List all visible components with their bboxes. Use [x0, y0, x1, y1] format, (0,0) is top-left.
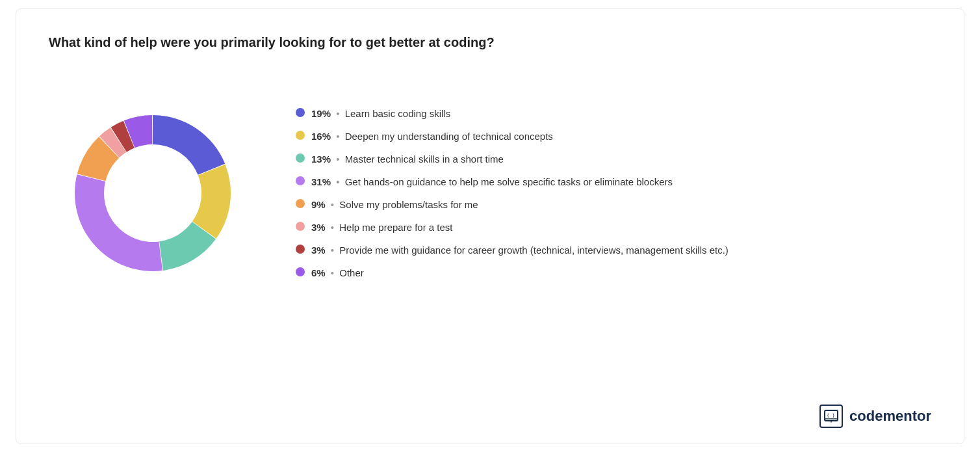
legend-text: 9% • Solve my problems/tasks for me: [311, 198, 478, 211]
legend-dot: [296, 222, 305, 231]
legend-text: 3% • Provide me with guidance for career…: [311, 243, 729, 257]
legend-sep: •: [333, 176, 342, 187]
legend-item: 13% • Master technical skills in a short…: [296, 152, 931, 166]
legend-pct: 13%: [311, 153, 331, 165]
legend-sep: •: [333, 108, 342, 119]
legend-label: Learn basic coding skills: [345, 108, 451, 119]
legend-label: Get hands-on guidance to help me solve s…: [345, 176, 673, 187]
question-title: What kind of help were you primarily loo…: [49, 35, 931, 50]
legend-text: 13% • Master technical skills in a short…: [311, 152, 504, 166]
brand-name: codementor: [849, 408, 931, 425]
legend-item: 6% • Other: [296, 266, 931, 280]
survey-card: What kind of help were you primarily loo…: [16, 8, 964, 444]
legend-item: 31% • Get hands-on guidance to help me s…: [296, 175, 931, 189]
legend-sep: •: [328, 245, 337, 256]
legend-label: Solve my problems/tasks for me: [339, 199, 478, 210]
legend-pct: 31%: [311, 176, 331, 187]
legend-dot: [296, 108, 305, 117]
legend-item: 9% • Solve my problems/tasks for me: [296, 198, 931, 211]
legend-sep: •: [328, 222, 337, 233]
legend-pct: 19%: [311, 108, 331, 119]
legend: 19% • Learn basic coding skills16% • Dee…: [296, 107, 931, 280]
legend-sep: •: [333, 153, 342, 165]
legend-item: 3% • Help me prepare for a test: [296, 220, 931, 234]
legend-item: 19% • Learn basic coding skills: [296, 107, 931, 120]
legend-label: Provide me with guidance for career grow…: [339, 245, 729, 256]
legend-pct: 9%: [311, 199, 326, 210]
legend-pct: 3%: [311, 222, 326, 233]
legend-dot: [296, 199, 305, 208]
legend-label: Other: [339, 267, 364, 278]
legend-label: Help me prepare for a test: [339, 222, 452, 233]
donut-chart: [49, 70, 257, 317]
legend-text: 3% • Help me prepare for a test: [311, 220, 453, 234]
legend-label: Deepen my understanding of technical con…: [345, 131, 553, 142]
legend-sep: •: [328, 199, 337, 210]
legend-dot: [296, 245, 305, 254]
legend-dot: [296, 176, 305, 185]
svg-text:{ }: { }: [827, 413, 835, 418]
legend-text: 31% • Get hands-on guidance to help me s…: [311, 175, 673, 189]
codementor-icon: { }: [819, 405, 843, 428]
legend-item: 16% • Deepen my understanding of technic…: [296, 129, 931, 143]
chart-legend-container: 19% • Learn basic coding skills16% • Dee…: [49, 70, 931, 317]
legend-text: 6% • Other: [311, 266, 364, 280]
legend-pct: 16%: [311, 131, 331, 142]
legend-pct: 6%: [311, 267, 326, 278]
legend-sep: •: [333, 131, 342, 142]
legend-item: 3% • Provide me with guidance for career…: [296, 243, 931, 257]
legend-pct: 3%: [311, 245, 326, 256]
legend-text: 16% • Deepen my understanding of technic…: [311, 129, 553, 143]
brand-footer: { } codementor: [819, 405, 931, 428]
legend-dot: [296, 153, 305, 163]
legend-text: 19% • Learn basic coding skills: [311, 107, 450, 120]
legend-dot: [296, 267, 305, 276]
legend-label: Master technical skills in a short time: [345, 153, 504, 165]
legend-dot: [296, 131, 305, 140]
legend-sep: •: [328, 267, 337, 278]
